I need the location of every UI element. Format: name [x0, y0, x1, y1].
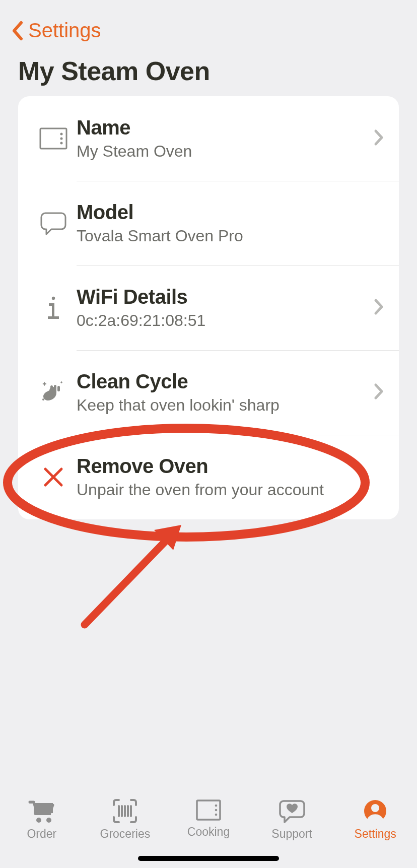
svg-point-11 — [42, 398, 44, 400]
remove-label: Remove Oven — [77, 455, 364, 478]
svg-point-25 — [215, 805, 218, 807]
tab-support-label: Support — [271, 827, 312, 841]
svg-rect-10 — [57, 386, 60, 391]
chevron-right-icon — [374, 383, 384, 402]
x-icon — [42, 466, 64, 488]
tab-order-label: Order — [27, 827, 56, 841]
cart-icon — [28, 799, 56, 823]
tab-settings[interactable]: Settings — [333, 799, 417, 841]
back-button[interactable]: Settings — [0, 0, 112, 42]
svg-rect-6 — [52, 303, 54, 317]
remove-value: Unpair the oven from your account — [77, 481, 364, 499]
svg-point-26 — [215, 809, 218, 812]
tab-order[interactable]: Order — [0, 799, 84, 841]
clean-cycle-row[interactable]: Clean Cycle Keep that oven lookin' sharp — [18, 350, 399, 435]
svg-line-31 — [85, 531, 175, 625]
chevron-right-icon — [374, 298, 384, 317]
model-row: Model Tovala Smart Oven Pro — [18, 181, 399, 265]
wifi-details-row[interactable]: WiFi Details 0c:2a:69:21:08:51 — [18, 265, 399, 350]
tab-settings-label: Settings — [355, 827, 396, 841]
model-label: Model — [77, 201, 364, 224]
tab-cooking-label: Cooking — [187, 825, 230, 839]
heart-bubble-icon — [279, 799, 306, 823]
svg-marker-32 — [154, 525, 181, 550]
chevron-left-icon — [11, 21, 23, 41]
back-label: Settings — [28, 19, 101, 42]
page-title: My Steam Oven — [0, 42, 417, 96]
info-icon — [45, 295, 62, 320]
svg-point-27 — [215, 814, 218, 816]
clean-value: Keep that oven lookin' sharp — [77, 396, 364, 415]
person-circle-icon — [363, 799, 387, 823]
svg-point-3 — [60, 142, 63, 145]
speech-bubble-icon — [40, 211, 66, 235]
sparkle-hand-icon — [40, 380, 66, 405]
svg-rect-9 — [54, 385, 56, 390]
svg-point-17 — [46, 818, 51, 823]
svg-rect-8 — [50, 385, 53, 390]
svg-point-29 — [371, 804, 379, 812]
remove-oven-row[interactable]: Remove Oven Unpair the oven from your ac… — [18, 435, 399, 519]
svg-rect-7 — [48, 316, 59, 319]
tab-support[interactable]: Support — [250, 799, 334, 841]
settings-card: Name My Steam Oven Model Tovala Smart Ov… — [18, 96, 399, 519]
svg-point-16 — [36, 818, 41, 823]
model-value: Tovala Smart Oven Pro — [77, 227, 364, 245]
home-indicator — [138, 856, 279, 861]
wifi-label: WiFi Details — [77, 286, 364, 308]
wifi-value: 0c:2a:69:21:08:51 — [77, 311, 364, 330]
oven-icon — [39, 127, 67, 150]
tab-groceries[interactable]: Groceries — [84, 799, 167, 841]
tab-cooking[interactable]: Cooking — [167, 799, 250, 839]
barcode-scan-icon — [112, 799, 138, 823]
svg-marker-15 — [35, 803, 53, 813]
name-value: My Steam Oven — [77, 142, 364, 161]
chevron-right-icon — [374, 129, 384, 148]
clean-label: Clean Cycle — [77, 370, 364, 393]
tab-groceries-label: Groceries — [100, 827, 151, 841]
svg-point-1 — [60, 133, 63, 136]
svg-rect-18 — [29, 801, 34, 804]
svg-point-4 — [52, 297, 55, 300]
name-row[interactable]: Name My Steam Oven — [18, 96, 399, 181]
name-label: Name — [77, 116, 364, 139]
svg-point-2 — [60, 138, 63, 140]
oven-icon — [195, 799, 222, 821]
